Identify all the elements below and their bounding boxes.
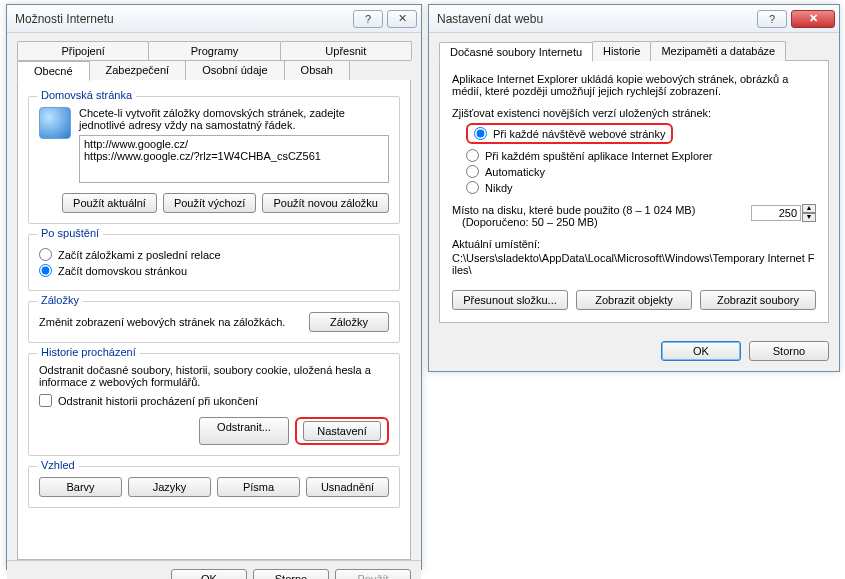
colors-button[interactable]: Barvy [39,477,122,497]
every-start-radio[interactable] [466,149,479,162]
history-text: Odstranit dočasné soubory, historii, sou… [39,364,389,388]
use-newtab-button[interactable]: Použít novou záložku [262,193,389,213]
tabs-button[interactable]: Záložky [309,312,389,332]
tab-advanced[interactable]: Upřesnit [280,41,412,60]
every-visit-radio[interactable] [474,127,487,140]
cancel-button[interactable]: Storno [253,569,329,579]
history-group: Historie procházení Odstranit dočasné so… [28,353,400,456]
description-text: Aplikace Internet Explorer ukládá kopie … [452,73,816,97]
tabs-group: Záložky Změnit zobrazení webových stráne… [28,301,400,343]
dialog-buttons: OK Storno [429,331,839,371]
every-start-label: Při každém spuštění aplikace Internet Ex… [485,150,712,162]
accessibility-button[interactable]: Usnadnění [306,477,389,497]
never-radio[interactable] [466,181,479,194]
check-newer-label: Zjišťovat existenci novějších verzí ulož… [452,107,816,119]
web-data-settings-dialog: Nastavení dat webu ? ✕ Dočasné soubory I… [428,4,840,372]
tabs-row: Dočasné soubory Internetu Historie Mezip… [439,41,829,61]
ok-button[interactable]: OK [171,569,247,579]
tabs-row-2: Obecné Zabezpečení Osobní údaje Obsah [17,60,411,81]
tab-content[interactable]: Obsah [284,60,350,80]
homepage-hint: Chcete-li vytvořit záložky domovských st… [79,107,345,131]
disk-space-hint: (Doporučeno: 50 – 250 MB) [452,216,751,228]
globe-icon [39,107,71,139]
window-title: Možnosti Internetu [15,12,353,26]
tab-panel: Aplikace Internet Explorer ukládá kopie … [439,60,829,323]
settings-highlight: Nastavení [295,417,389,445]
internet-options-dialog: Možnosti Internetu ? ✕ Připojení Program… [6,4,422,570]
tab-programs[interactable]: Programy [148,41,280,60]
dialog-buttons: OK Storno Použít [7,560,421,579]
help-button[interactable]: ? [757,10,787,28]
move-folder-button[interactable]: Přesunout složku... [452,290,568,310]
disk-space-label: Místo na disku, které bude použito (8 – … [452,204,751,216]
delete-history-button[interactable]: Odstranit... [199,417,289,445]
cancel-button[interactable]: Storno [749,341,829,361]
spinner-up[interactable]: ▲ [802,204,816,213]
location-path: C:\Users\sladekto\AppData\Local\Microsof… [452,252,816,276]
history-settings-button[interactable]: Nastavení [303,421,381,441]
every-visit-highlight: Při každé návštěvě webové stránky [466,123,673,144]
fonts-button[interactable]: Písma [217,477,300,497]
tabs-group-text: Změnit zobrazení webových stránek na zál… [39,316,299,328]
window-title: Nastavení dat webu [437,12,757,26]
tab-security[interactable]: Zabezpečení [89,60,187,80]
history-delete-on-exit-label: Odstranit historii procházení při ukonče… [58,395,258,407]
tab-general[interactable]: Obecné [17,61,90,81]
every-visit-label: Při každé návštěvě webové stránky [493,128,665,140]
never-label: Nikdy [485,182,513,194]
tab-caches[interactable]: Mezipaměti a databáze [650,41,786,61]
homepage-urls[interactable] [79,135,389,183]
tab-privacy[interactable]: Osobní údaje [185,60,284,80]
auto-radio[interactable] [466,165,479,178]
homepage-title: Domovská stránka [37,89,136,101]
startup-group: Po spuštění Začít záložkami z poslední r… [28,234,400,291]
spinner-down[interactable]: ▼ [802,213,816,222]
tab-temp-files[interactable]: Dočasné soubory Internetu [439,42,593,62]
close-button[interactable]: ✕ [791,10,835,28]
titlebar: Možnosti Internetu ? ✕ [7,5,421,33]
use-current-button[interactable]: Použít aktuální [62,193,157,213]
close-button[interactable]: ✕ [387,10,417,28]
auto-label: Automaticky [485,166,545,178]
startup-home-radio[interactable] [39,264,52,277]
titlebar: Nastavení dat webu ? ✕ [429,5,839,33]
homepage-group: Domovská stránka Chcete-li vytvořit zálo… [28,96,400,224]
location-label: Aktuální umístění: [452,238,816,250]
tab-history[interactable]: Historie [592,41,651,61]
help-button[interactable]: ? [353,10,383,28]
languages-button[interactable]: Jazyky [128,477,211,497]
startup-tabs-label: Začít záložkami z poslední relace [58,249,221,261]
startup-tabs-radio[interactable] [39,248,52,261]
appearance-group: Vzhled Barvy Jazyky Písma Usnadnění [28,466,400,508]
appearance-title: Vzhled [37,459,79,471]
apply-button[interactable]: Použít [335,569,411,579]
startup-title: Po spuštění [37,227,103,239]
history-delete-on-exit-checkbox[interactable] [39,394,52,407]
history-title: Historie procházení [37,346,140,358]
tabs-row-1: Připojení Programy Upřesnit [17,41,411,61]
disk-space-input[interactable] [751,205,801,221]
view-objects-button[interactable]: Zobrazit objekty [576,290,692,310]
view-files-button[interactable]: Zobrazit soubory [700,290,816,310]
use-default-button[interactable]: Použít výchozí [163,193,257,213]
startup-home-label: Začít domovskou stránkou [58,265,187,277]
tabs-group-title: Záložky [37,294,83,306]
tab-connections[interactable]: Připojení [17,41,149,60]
disk-space-spinner[interactable]: ▲ ▼ [751,204,816,222]
ok-button[interactable]: OK [661,341,741,361]
